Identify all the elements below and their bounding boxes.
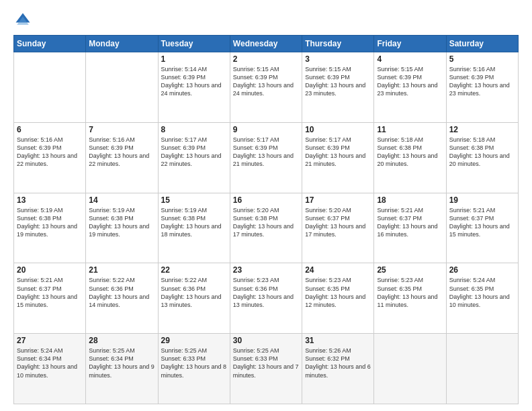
day-number: 21 <box>89 265 154 275</box>
day-number: 25 <box>377 265 443 275</box>
day-info: Sunrise: 5:25 AM Sunset: 6:33 PM Dayligh… <box>233 347 299 379</box>
header-row: SundayMondayTuesdayWednesdayThursdayFrid… <box>14 36 519 52</box>
day-info: Sunrise: 5:19 AM Sunset: 6:38 PM Dayligh… <box>161 206 227 239</box>
day-info: Sunrise: 5:16 AM Sunset: 6:39 PM Dayligh… <box>17 136 83 169</box>
day-number: 9 <box>233 125 299 134</box>
calendar-body: 1Sunrise: 5:14 AM Sunset: 6:39 PM Daylig… <box>14 52 519 404</box>
day-number: 24 <box>305 265 371 275</box>
day-number: 31 <box>305 336 371 345</box>
day-info: Sunrise: 5:15 AM Sunset: 6:39 PM Dayligh… <box>305 65 371 98</box>
calendar-cell: 2Sunrise: 5:15 AM Sunset: 6:39 PM Daylig… <box>230 52 302 123</box>
week-row-4: 27Sunrise: 5:24 AM Sunset: 6:34 PM Dayli… <box>14 334 519 404</box>
calendar-cell <box>86 52 158 123</box>
day-info: Sunrise: 5:20 AM Sunset: 6:37 PM Dayligh… <box>305 206 371 239</box>
calendar-cell: 6Sunrise: 5:16 AM Sunset: 6:39 PM Daylig… <box>14 122 86 193</box>
calendar-cell: 11Sunrise: 5:18 AM Sunset: 6:38 PM Dayli… <box>374 122 446 193</box>
week-row-2: 13Sunrise: 5:19 AM Sunset: 6:38 PM Dayli… <box>14 193 519 263</box>
day-number: 12 <box>449 125 515 134</box>
day-info: Sunrise: 5:26 AM Sunset: 6:32 PM Dayligh… <box>305 347 371 379</box>
calendar: SundayMondayTuesdayWednesdayThursdayFrid… <box>13 35 519 404</box>
day-number: 14 <box>89 195 154 205</box>
day-number: 20 <box>17 265 83 275</box>
day-info: Sunrise: 5:24 AM Sunset: 6:34 PM Dayligh… <box>17 347 83 379</box>
calendar-cell: 7Sunrise: 5:16 AM Sunset: 6:39 PM Daylig… <box>86 122 158 193</box>
calendar-cell: 23Sunrise: 5:23 AM Sunset: 6:36 PM Dayli… <box>230 263 302 334</box>
day-info: Sunrise: 5:21 AM Sunset: 6:37 PM Dayligh… <box>449 206 515 239</box>
calendar-cell: 1Sunrise: 5:14 AM Sunset: 6:39 PM Daylig… <box>158 52 230 123</box>
day-info: Sunrise: 5:22 AM Sunset: 6:36 PM Dayligh… <box>89 276 154 309</box>
day-number: 11 <box>377 125 443 134</box>
calendar-cell: 10Sunrise: 5:17 AM Sunset: 6:39 PM Dayli… <box>302 122 374 193</box>
day-info: Sunrise: 5:14 AM Sunset: 6:39 PM Dayligh… <box>161 65 227 98</box>
day-number: 30 <box>233 336 299 345</box>
day-number: 19 <box>449 195 515 205</box>
day-number: 2 <box>233 54 299 64</box>
calendar-cell: 12Sunrise: 5:18 AM Sunset: 6:38 PM Dayli… <box>446 122 518 193</box>
calendar-cell: 29Sunrise: 5:25 AM Sunset: 6:33 PM Dayli… <box>158 334 230 404</box>
day-header-thursday: Thursday <box>302 36 374 52</box>
day-number: 7 <box>89 125 154 134</box>
day-number: 17 <box>305 195 371 205</box>
day-header-sunday: Sunday <box>14 36 86 52</box>
calendar-cell: 15Sunrise: 5:19 AM Sunset: 6:38 PM Dayli… <box>158 193 230 263</box>
calendar-cell: 18Sunrise: 5:21 AM Sunset: 6:37 PM Dayli… <box>374 193 446 263</box>
day-number: 16 <box>233 195 299 205</box>
day-info: Sunrise: 5:21 AM Sunset: 6:37 PM Dayligh… <box>17 276 83 309</box>
day-number: 5 <box>449 54 515 64</box>
calendar-cell: 25Sunrise: 5:23 AM Sunset: 6:35 PM Dayli… <box>374 263 446 334</box>
day-number: 27 <box>17 336 83 345</box>
day-header-monday: Monday <box>86 36 158 52</box>
day-info: Sunrise: 5:15 AM Sunset: 6:39 PM Dayligh… <box>233 65 299 98</box>
page: SundayMondayTuesdayWednesdayThursdayFrid… <box>0 0 532 411</box>
day-info: Sunrise: 5:19 AM Sunset: 6:38 PM Dayligh… <box>17 206 83 239</box>
logo <box>13 11 35 30</box>
calendar-cell: 21Sunrise: 5:22 AM Sunset: 6:36 PM Dayli… <box>86 263 158 334</box>
week-row-3: 20Sunrise: 5:21 AM Sunset: 6:37 PM Dayli… <box>14 263 519 334</box>
day-info: Sunrise: 5:16 AM Sunset: 6:39 PM Dayligh… <box>89 136 154 169</box>
day-info: Sunrise: 5:22 AM Sunset: 6:36 PM Dayligh… <box>161 276 227 309</box>
day-number: 4 <box>377 54 443 64</box>
calendar-cell: 3Sunrise: 5:15 AM Sunset: 6:39 PM Daylig… <box>302 52 374 123</box>
day-header-friday: Friday <box>374 36 446 52</box>
day-number: 15 <box>161 195 227 205</box>
calendar-cell: 26Sunrise: 5:24 AM Sunset: 6:35 PM Dayli… <box>446 263 518 334</box>
calendar-cell: 16Sunrise: 5:20 AM Sunset: 6:38 PM Dayli… <box>230 193 302 263</box>
calendar-cell: 8Sunrise: 5:17 AM Sunset: 6:39 PM Daylig… <box>158 122 230 193</box>
day-info: Sunrise: 5:17 AM Sunset: 6:39 PM Dayligh… <box>305 136 371 169</box>
day-info: Sunrise: 5:18 AM Sunset: 6:38 PM Dayligh… <box>449 136 515 169</box>
logo-icon <box>13 11 32 30</box>
calendar-header: SundayMondayTuesdayWednesdayThursdayFrid… <box>14 36 519 52</box>
day-info: Sunrise: 5:24 AM Sunset: 6:35 PM Dayligh… <box>449 276 515 309</box>
day-number: 28 <box>89 336 154 345</box>
day-number: 3 <box>305 54 371 64</box>
day-number: 1 <box>161 54 227 64</box>
day-info: Sunrise: 5:18 AM Sunset: 6:38 PM Dayligh… <box>377 136 443 169</box>
day-number: 6 <box>17 125 83 134</box>
calendar-cell: 17Sunrise: 5:20 AM Sunset: 6:37 PM Dayli… <box>302 193 374 263</box>
day-header-wednesday: Wednesday <box>230 36 302 52</box>
calendar-cell <box>374 334 446 404</box>
day-number: 18 <box>377 195 443 205</box>
day-info: Sunrise: 5:23 AM Sunset: 6:36 PM Dayligh… <box>233 276 299 309</box>
day-info: Sunrise: 5:16 AM Sunset: 6:39 PM Dayligh… <box>449 65 515 98</box>
calendar-cell: 28Sunrise: 5:25 AM Sunset: 6:34 PM Dayli… <box>86 334 158 404</box>
calendar-cell: 27Sunrise: 5:24 AM Sunset: 6:34 PM Dayli… <box>14 334 86 404</box>
day-number: 8 <box>161 125 227 134</box>
calendar-cell <box>446 334 518 404</box>
day-info: Sunrise: 5:17 AM Sunset: 6:39 PM Dayligh… <box>233 136 299 169</box>
week-row-0: 1Sunrise: 5:14 AM Sunset: 6:39 PM Daylig… <box>14 52 519 123</box>
day-header-saturday: Saturday <box>446 36 518 52</box>
day-info: Sunrise: 5:19 AM Sunset: 6:38 PM Dayligh… <box>89 206 154 239</box>
calendar-cell: 9Sunrise: 5:17 AM Sunset: 6:39 PM Daylig… <box>230 122 302 193</box>
calendar-cell: 30Sunrise: 5:25 AM Sunset: 6:33 PM Dayli… <box>230 334 302 404</box>
calendar-cell: 22Sunrise: 5:22 AM Sunset: 6:36 PM Dayli… <box>158 263 230 334</box>
week-row-1: 6Sunrise: 5:16 AM Sunset: 6:39 PM Daylig… <box>14 122 519 193</box>
calendar-cell: 5Sunrise: 5:16 AM Sunset: 6:39 PM Daylig… <box>446 52 518 123</box>
calendar-cell <box>14 52 86 123</box>
calendar-cell: 24Sunrise: 5:23 AM Sunset: 6:35 PM Dayli… <box>302 263 374 334</box>
day-info: Sunrise: 5:25 AM Sunset: 6:34 PM Dayligh… <box>89 347 154 379</box>
calendar-cell: 4Sunrise: 5:15 AM Sunset: 6:39 PM Daylig… <box>374 52 446 123</box>
calendar-cell: 20Sunrise: 5:21 AM Sunset: 6:37 PM Dayli… <box>14 263 86 334</box>
day-number: 26 <box>449 265 515 275</box>
calendar-cell: 14Sunrise: 5:19 AM Sunset: 6:38 PM Dayli… <box>86 193 158 263</box>
